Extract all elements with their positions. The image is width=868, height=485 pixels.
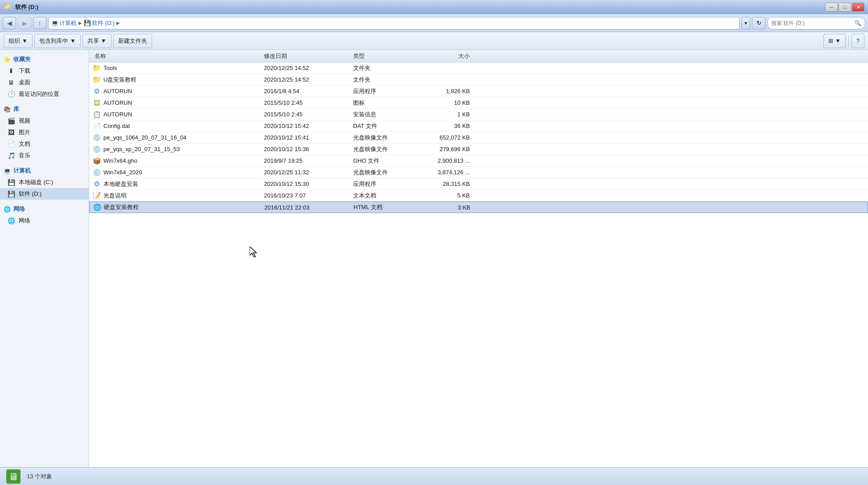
file-type-cell: 图标 bbox=[351, 99, 418, 107]
file-name-cell: 🖼 AUTORUN bbox=[93, 99, 262, 107]
table-row[interactable]: 💿 pe_yqs_1064_20_07_31_16_04 2020/10/12 … bbox=[89, 132, 868, 144]
help-button[interactable]: ? bbox=[852, 34, 864, 48]
search-bar[interactable]: 🔍 bbox=[767, 17, 865, 29]
statusbar-icon: 🖥 bbox=[5, 469, 21, 485]
table-row[interactable]: 📁 U盘安装教程 2020/12/25 14:52 文件夹 bbox=[89, 74, 868, 86]
file-size-cell: 3,874,126 ... bbox=[418, 169, 472, 176]
minimize-button[interactable]: ─ bbox=[825, 3, 838, 12]
table-row[interactable]: 📁 Tools 2020/12/25 14:52 文件夹 bbox=[89, 62, 868, 74]
table-row[interactable]: 🌐 硬盘安装教程 2016/11/21 22:03 HTML 文档 3 KB bbox=[89, 201, 868, 213]
main-area: ⭐ 收藏夹 ⬇ 下载 🖥 桌面 🕐 最近访问的位置 📚 库 � bbox=[0, 50, 868, 467]
table-row[interactable]: 📋 AUTORUN 2015/5/10 2:45 安装信息 1 KB bbox=[89, 109, 868, 120]
col-header-type[interactable]: 类型 bbox=[351, 52, 418, 60]
view-arrow: ▼ bbox=[835, 37, 841, 44]
file-type-cell: 安装信息 bbox=[351, 111, 418, 119]
sidebar-section-favorites: ⭐ 收藏夹 ⬇ 下载 🖥 桌面 🕐 最近访问的位置 bbox=[0, 53, 89, 100]
file-name-cell: 💿 pe_yqs_xp_20_07_31_15_53 bbox=[93, 145, 262, 153]
sidebar-item-documents[interactable]: 📄 文档 bbox=[0, 138, 89, 150]
close-button[interactable]: ✕ bbox=[852, 3, 864, 12]
organize-button[interactable]: 组织 ▼ bbox=[4, 34, 33, 48]
table-row[interactable]: 📦 Win7x64.gho 2019/9/7 19:25 GHO 文件 2,90… bbox=[89, 155, 868, 167]
sidebar-item-recent[interactable]: 🕐 最近访问的位置 bbox=[0, 88, 89, 100]
sidebar-item-d-drive[interactable]: 💾 软件 (D:) bbox=[0, 188, 89, 200]
file-icon: 💿 bbox=[93, 134, 101, 142]
sidebar-item-download[interactable]: ⬇ 下载 bbox=[0, 65, 89, 77]
sidebar-library-header[interactable]: 📚 库 bbox=[0, 103, 89, 115]
file-name-cell: 📋 AUTORUN bbox=[93, 111, 262, 119]
pictures-icon: 🖼 bbox=[7, 128, 15, 136]
sidebar-item-network[interactable]: 🌐 网络 bbox=[0, 215, 89, 226]
computer-icon: 💻 bbox=[51, 20, 58, 27]
column-header-row: 名称 修改日期 类型 大小 bbox=[89, 50, 868, 62]
file-icon: 💿 bbox=[93, 169, 101, 177]
col-header-date[interactable]: 修改日期 bbox=[262, 52, 351, 60]
file-icon: 🖼 bbox=[93, 99, 101, 107]
breadcrumb-item-computer[interactable]: 💻 计算机 bbox=[51, 19, 77, 27]
table-row[interactable]: 💿 Win7x64_2020 2020/12/25 11:32 光盘映像文件 3… bbox=[89, 167, 868, 178]
newfolder-label: 新建文件夹 bbox=[118, 37, 147, 45]
col-header-size[interactable]: 大小 bbox=[418, 52, 472, 60]
sidebar-item-video[interactable]: 🎬 视频 bbox=[0, 115, 89, 127]
sidebar-item-desktop[interactable]: 🖥 桌面 bbox=[0, 77, 89, 88]
breadcrumb-bar: 💻 计算机 ▶ 💾 软件 (D:) ▶ bbox=[48, 17, 740, 29]
file-size-cell: 1,926 KB bbox=[418, 88, 472, 95]
table-row[interactable]: 📝 光盘说明 2016/10/23 7:07 文本文档 5 KB bbox=[89, 190, 868, 201]
up-icon: ↑ bbox=[38, 20, 41, 27]
up-button[interactable]: ↑ bbox=[33, 17, 46, 29]
file-name-cell: 🌐 硬盘安装教程 bbox=[93, 203, 263, 211]
file-type-cell: 光盘映像文件 bbox=[351, 169, 418, 177]
file-date-cell: 2020/12/25 14:52 bbox=[262, 65, 351, 71]
file-name-cell: 📦 Win7x64.gho bbox=[93, 157, 262, 165]
file-type-cell: 光盘映像文件 bbox=[351, 145, 418, 153]
file-type-cell: 应用程序 bbox=[351, 87, 418, 95]
file-date-cell: 2016/11/21 22:03 bbox=[263, 204, 352, 211]
window-icon: 📁 bbox=[4, 3, 12, 12]
music-icon: 🎵 bbox=[7, 152, 15, 160]
file-size-cell: 2,900,813 ... bbox=[418, 157, 472, 164]
file-size-cell: 279,696 KB bbox=[418, 146, 472, 152]
file-date-cell: 2016/10/23 7:07 bbox=[262, 192, 351, 199]
forward-button[interactable]: ▶ bbox=[18, 17, 31, 29]
col-header-name[interactable]: 名称 bbox=[93, 52, 262, 60]
maximize-button[interactable]: □ bbox=[839, 3, 851, 12]
table-row[interactable]: 🖼 AUTORUN 2015/5/10 2:45 图标 10 KB bbox=[89, 97, 868, 109]
sidebar-item-pictures[interactable]: 🖼 图片 bbox=[0, 127, 89, 138]
sidebar: ⭐ 收藏夹 ⬇ 下载 🖥 桌面 🕐 最近访问的位置 📚 库 � bbox=[0, 50, 89, 467]
file-name-cell: 📁 U盘安装教程 bbox=[93, 76, 262, 84]
library-icon: 📚 bbox=[4, 106, 11, 113]
network-icon: 🌐 bbox=[7, 217, 15, 225]
file-type-cell: 应用程序 bbox=[351, 180, 418, 188]
sidebar-computer-header[interactable]: 💻 计算机 bbox=[0, 165, 89, 177]
file-date-cell: 2020/10/12 15:41 bbox=[262, 134, 351, 141]
table-row[interactable]: 📄 Config.dat 2020/10/12 15:42 DAT 文件 36 … bbox=[89, 120, 868, 132]
file-size-cell: 3 KB bbox=[419, 204, 472, 211]
file-name-cell: 📁 Tools bbox=[93, 64, 262, 72]
sidebar-favorites-header[interactable]: ⭐ 收藏夹 bbox=[0, 53, 89, 65]
sidebar-item-c-drive[interactable]: 💾 本地磁盘 (C:) bbox=[0, 177, 89, 188]
refresh-button[interactable]: ↻ bbox=[752, 17, 765, 29]
forward-icon: ▶ bbox=[22, 20, 27, 27]
file-type-cell: DAT 文件 bbox=[351, 122, 418, 130]
table-row[interactable]: ⚙ AUTORUN 2016/1/8 4:54 应用程序 1,926 KB bbox=[89, 86, 868, 97]
sidebar-item-music[interactable]: 🎵 音乐 bbox=[0, 150, 89, 161]
file-date-cell: 2020/10/12 15:42 bbox=[262, 123, 351, 129]
table-row[interactable]: ⚙ 本地硬盘安装 2020/10/12 15:30 应用程序 28,315 KB bbox=[89, 178, 868, 190]
sidebar-network-header[interactable]: 🌐 网络 bbox=[0, 203, 89, 215]
breadcrumb-dropdown[interactable]: ▼ bbox=[741, 17, 750, 29]
file-date-cell: 2020/12/25 14:52 bbox=[262, 76, 351, 83]
search-input[interactable] bbox=[771, 20, 852, 26]
library-button[interactable]: 包含到库中 ▼ bbox=[34, 34, 81, 48]
star-icon: ⭐ bbox=[4, 56, 11, 63]
table-row[interactable]: 💿 pe_yqs_xp_20_07_31_15_53 2020/10/12 15… bbox=[89, 144, 868, 155]
breadcrumb-sep-2: ▶ bbox=[116, 21, 120, 25]
view-icon: ⊞ bbox=[828, 37, 833, 44]
share-button[interactable]: 共享 ▼ bbox=[82, 34, 111, 48]
view-button[interactable]: ⊞ ▼ bbox=[823, 34, 846, 48]
file-name-cell: 💿 Win7x64_2020 bbox=[93, 169, 262, 177]
breadcrumb-item-d[interactable]: 💾 软件 (D:) bbox=[84, 19, 115, 27]
back-icon: ◀ bbox=[7, 20, 12, 27]
back-button[interactable]: ◀ bbox=[3, 17, 16, 29]
file-icon: 📄 bbox=[93, 122, 101, 130]
file-name-cell: ⚙ AUTORUN bbox=[93, 87, 262, 95]
newfolder-button[interactable]: 新建文件夹 bbox=[113, 34, 152, 48]
